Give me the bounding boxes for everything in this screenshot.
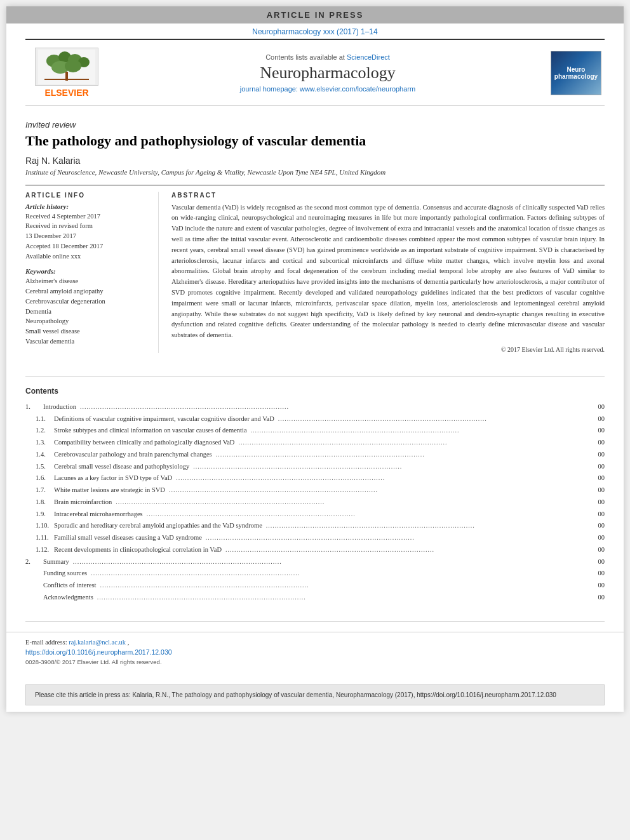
toc-item: 2.Summary ..............................… [25, 557, 605, 567]
toc-page: 00 [592, 437, 605, 448]
toc-page: 00 [592, 580, 605, 590]
toc-dots: ........................................… [278, 414, 589, 423]
toc-page: 00 [592, 592, 605, 603]
toc-number: 1.7. [25, 485, 54, 495]
journal-reference: Neuropharmacology xxx (2017) 1–14 [6, 23, 624, 39]
footer-divider [25, 621, 605, 622]
toc-dots: ........................................… [169, 485, 589, 495]
toc-item: Acknowledgments ........................… [25, 592, 605, 603]
toc-page: 00 [592, 521, 605, 531]
sciencedirect-line: Contents lists available at ScienceDirec… [114, 53, 541, 61]
toc-page: 00 [592, 462, 605, 472]
keyword-item: Cerebral amyloid angiopathy [25, 286, 149, 297]
svg-point-6 [65, 60, 81, 72]
toc-label: Intracerebral microhaemorrhages [54, 509, 143, 519]
toc-number: 1.10. [25, 521, 54, 531]
page: ARTICLE IN PRESS Neuropharmacology xxx (… [6, 6, 624, 712]
toc-number: 1.11. [25, 533, 54, 543]
toc-item: 1.2.Stroke subtypes and clinical informa… [25, 425, 605, 436]
keywords-group: Keywords: Alzheimer's diseaseCerebral am… [25, 267, 149, 346]
journal-header: ELSEVIER Contents lists available at Sci… [25, 39, 605, 106]
sciencedirect-label: Contents lists available at [265, 53, 345, 61]
svg-rect-8 [44, 79, 89, 80]
toc-number: 1.2. [25, 425, 54, 436]
toc-dots: ........................................… [176, 473, 589, 483]
journal-logo-text: Neuro pharmacology [554, 66, 598, 80]
toc-page: 00 [592, 497, 605, 507]
received-date: Received 4 September 2017 [25, 211, 149, 222]
toc-item: 1.7.White matter lesions are strategic i… [25, 485, 605, 495]
toc-page: 00 [592, 533, 605, 543]
homepage-label: journal homepage: [240, 85, 298, 93]
doi-line[interactable]: https://doi.org/10.1016/j.neuropharm.201… [25, 648, 605, 656]
article-history: Article history: Received 4 September 20… [25, 203, 149, 262]
toc-label: Conflicts of interest [43, 580, 96, 590]
toc-number: 1.6. [25, 473, 54, 483]
abstract-label: ABSTRACT [171, 192, 605, 199]
toc-dots: ........................................… [251, 425, 589, 435]
keywords-label: Keywords: [25, 267, 149, 275]
toc-label: White matter lesions are strategic in SV… [54, 485, 165, 495]
doi-text: https://doi.org/10.1016/j.neuropharm.201… [25, 648, 172, 656]
toc-page: 00 [592, 425, 605, 436]
toc-page: 00 [592, 402, 605, 412]
toc-label: Acknowledgments [43, 592, 93, 603]
toc-dots: ........................................… [266, 521, 589, 530]
email-address[interactable]: raj.kalaria@ncl.ac.uk [69, 639, 126, 646]
email-label: E-mail address: [25, 639, 67, 646]
toc-label: Cerebrovascular pathology and brain pare… [54, 450, 212, 460]
toc-number: 2. [25, 557, 43, 567]
toc-label: Sporadic and hereditary cerebral amyloid… [54, 521, 262, 531]
abstract-copyright: © 2017 Elsevier Ltd. All rights reserved… [171, 346, 605, 353]
toc-label: Brain microinfarction [54, 497, 112, 507]
toc-item: 1.11.Familial small vessel diseases caus… [25, 533, 605, 543]
author-affiliation: Institute of Neuroscience, Newcastle Uni… [25, 168, 605, 176]
keyword-item: Alzheimer's disease [25, 276, 149, 286]
journal-title: Neuropharmacology [114, 63, 541, 83]
banner-text: ARTICLE IN PRESS [267, 10, 364, 20]
toc-label: Familial small vessel diseases causing a… [54, 533, 202, 543]
received-revised-label: Received in revised form [25, 221, 149, 231]
toc-item: 1.4.Cerebrovascular pathology and brain … [25, 450, 605, 460]
keyword-item: Cerebrovascular degeneration [25, 297, 149, 307]
footer-section: E-mail address: raj.kalaria@ncl.ac.uk , … [6, 632, 624, 678]
toc-item: 1.3.Compatibility between clinically and… [25, 437, 605, 448]
email-line: E-mail address: raj.kalaria@ncl.ac.uk , [25, 639, 605, 646]
toc-dots: ........................................… [100, 580, 589, 590]
toc-page: 00 [592, 557, 605, 567]
toc-page: 00 [592, 545, 605, 555]
contents-section: Contents 1.Introduction ................… [6, 387, 624, 611]
toc-label: Recent developments in clinicopathologic… [54, 545, 222, 555]
toc-number: 1.8. [25, 497, 54, 507]
homepage-url[interactable]: www.elsevier.com/locate/neuropharm [300, 85, 415, 93]
toc-number: 1.3. [25, 437, 54, 448]
toc-item: Funding sources ........................… [25, 568, 605, 578]
journal-logo: Neuro pharmacology [551, 51, 601, 95]
toc-item: 1.Introduction .........................… [25, 402, 605, 412]
toc-dots: ........................................… [97, 592, 589, 602]
article-info-label: ARTICLE INFO [25, 192, 149, 199]
article-title: The pathology and pathophysiology of vas… [25, 132, 605, 150]
article-info-col: ARTICLE INFO Article history: Received 4… [25, 192, 159, 353]
toc-label: Lacunes as a key factor in SVD type of V… [54, 473, 172, 483]
toc-page: 00 [592, 473, 605, 483]
revised-date: 13 December 2017 [25, 231, 149, 241]
toc-dots: ........................................… [216, 450, 589, 459]
toc-item: 1.12.Recent developments in clinicopatho… [25, 545, 605, 555]
abstract-text: Vascular dementia (VaD) is widely recogn… [171, 203, 605, 341]
keywords-list: Alzheimer's diseaseCerebral amyloid angi… [25, 276, 149, 346]
toc-label: Introduction [43, 402, 76, 412]
toc-dots: ........................................… [225, 545, 589, 554]
toc-number: 1.1. [25, 414, 54, 424]
citation-text: Please cite this article in press as: Ka… [35, 691, 556, 698]
toc-page: 00 [592, 485, 605, 495]
article-type-label: Invited review [25, 120, 605, 130]
toc-item: 1.6.Lacunes as a key factor in SVD type … [25, 473, 605, 483]
toc-label: Funding sources [43, 568, 87, 578]
toc-dots: ........................................… [80, 402, 589, 411]
toc-item: 1.5.Cerebral small vessel disease and pa… [25, 462, 605, 472]
journal-center-info: Contents lists available at ScienceDirec… [108, 53, 547, 93]
journal-logo-area: Neuro pharmacology [547, 51, 605, 95]
sciencedirect-link[interactable]: ScienceDirect [347, 53, 390, 61]
elsevier-logo-area: ELSEVIER [25, 45, 108, 100]
